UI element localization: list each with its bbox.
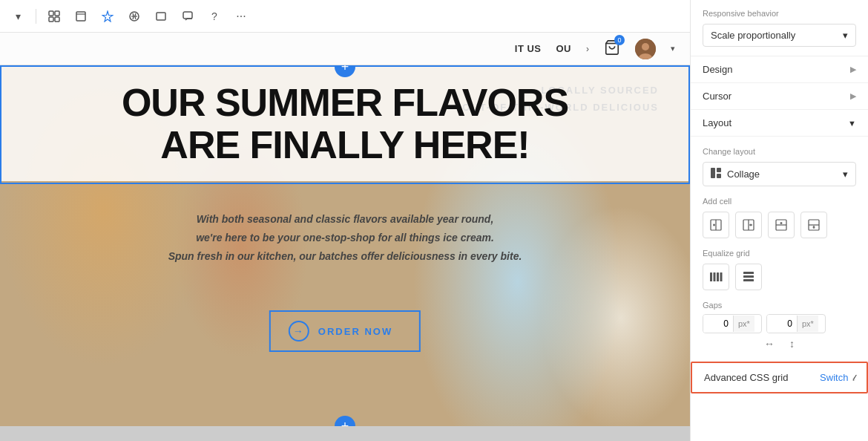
responsive-section: Responsive behavior Scale proportionally…: [691, 0, 868, 56]
dropdown-toggle-btn[interactable]: ▾: [6, 4, 30, 28]
gap-v-unit: px*: [797, 316, 818, 332]
avatar-dropdown[interactable]: ▾: [671, 44, 675, 53]
svg-rect-38: [743, 275, 754, 278]
gap-horizontal-input-group: px*: [703, 314, 762, 333]
grid-toggle-btn[interactable]: [42, 4, 66, 28]
comment-tool-btn[interactable]: [176, 4, 200, 28]
responsive-label: Responsive behavior: [703, 9, 856, 18]
body-line-3: Spun fresh in our kitchen, our batches o…: [15, 247, 675, 266]
collage-grid-icon: [711, 168, 721, 180]
more-tool-btn[interactable]: ···: [229, 4, 253, 28]
svg-rect-33: [710, 272, 712, 281]
equalize-rows-btn[interactable]: [735, 264, 762, 290]
help-tool-btn[interactable]: ?: [203, 4, 226, 28]
layout-dropdown-arrow: ▾: [843, 169, 848, 180]
canvas-area: ▾: [0, 0, 690, 441]
svg-rect-39: [743, 279, 754, 281]
cart-icon[interactable]: 0: [604, 39, 620, 59]
ai-tool-btn[interactable]: [96, 4, 119, 28]
svg-rect-1: [55, 11, 59, 16]
toolbar-sep-1: [36, 9, 36, 24]
cursor-section-row[interactable]: Cursor ▶: [691, 83, 868, 110]
gaps-label: Gaps: [703, 301, 856, 310]
site-section: + LOCALLY SOURCED OUT-OF-THIS-WORLD DELI…: [0, 65, 690, 426]
add-cell-right-btn[interactable]: [735, 212, 762, 238]
svg-rect-14: [711, 168, 715, 178]
svg-rect-16: [717, 174, 721, 178]
user-avatar[interactable]: [635, 39, 656, 59]
equalize-columns-btn[interactable]: [703, 264, 729, 290]
equalize-label: Equalize grid: [703, 249, 856, 258]
layout-type-dropdown[interactable]: Collage ▾: [703, 162, 856, 186]
layout-label: Layout: [703, 117, 731, 128]
right-panel: Responsive behavior Scale proportionally…: [690, 0, 868, 441]
add-cell-left-btn[interactable]: [703, 212, 729, 238]
svg-rect-34: [714, 272, 716, 281]
add-cell-top-btn[interactable]: [768, 212, 795, 238]
gap-direction-icons: ↔ ↕: [703, 336, 856, 351]
rect-tool-btn[interactable]: [149, 4, 173, 28]
change-layout-label: Change layout: [703, 147, 856, 156]
add-cell-bottom-btn[interactable]: [800, 212, 827, 238]
order-btn-label: ORDER NOW: [318, 326, 392, 337]
body-text-section: With both seasonal and classic flavors a…: [0, 188, 690, 281]
gap-h-unit: px*: [733, 316, 754, 332]
svg-rect-15: [717, 168, 721, 172]
cursor-pointer-icon: 𝓁: [852, 373, 855, 383]
svg-point-12: [642, 43, 649, 50]
advanced-css-label: Advanced CSS grid: [704, 372, 788, 383]
svg-rect-2: [49, 17, 53, 22]
order-now-button[interactable]: → ORDER NOW: [269, 310, 421, 352]
svg-rect-9: [183, 12, 192, 19]
add-cell-icons: [703, 212, 856, 238]
body-line-2: we're here to be your one-stop-shop for …: [15, 229, 675, 247]
layout-value: Collage: [727, 169, 760, 180]
site-navigation: IT US OU › 0 ▾: [0, 33, 690, 65]
responsive-dropdown-arrow: ▾: [843, 30, 848, 41]
responsive-dropdown[interactable]: Scale proportionally ▾: [703, 24, 856, 47]
responsive-value: Scale proportionally: [711, 30, 795, 41]
nav-item-ou[interactable]: OU: [556, 43, 572, 54]
gap-vertical-input-group: px*: [766, 314, 826, 333]
nav-arrow[interactable]: ›: [586, 44, 589, 54]
svg-rect-35: [717, 272, 719, 281]
svg-rect-0: [49, 11, 53, 16]
nav-item-it-us[interactable]: IT US: [515, 43, 542, 54]
cart-badge: 0: [614, 35, 625, 45]
cursor-arrow: ▶: [850, 91, 856, 101]
gap-horizontal-input[interactable]: [703, 315, 733, 333]
gap-vertical-arrow: ↕: [789, 338, 795, 350]
layout-arrow: ▼: [848, 119, 856, 128]
frame-tool-btn[interactable]: [69, 4, 93, 28]
layout-expanded-content: Change layout Collage ▾ Add cell: [691, 137, 868, 362]
design-arrow: ▶: [850, 65, 856, 74]
svg-rect-8: [157, 13, 165, 20]
design-section-row[interactable]: Design ▶: [691, 56, 868, 83]
svg-rect-36: [720, 272, 723, 281]
svg-rect-4: [76, 12, 85, 21]
svg-rect-37: [743, 272, 754, 274]
svg-rect-3: [55, 17, 59, 22]
gap-horizontal-arrow: ↔: [764, 338, 775, 350]
design-label: Design: [703, 64, 732, 75]
shape-tool-btn[interactable]: [122, 4, 146, 28]
switch-label: Switch: [820, 372, 848, 383]
order-btn-icon: →: [289, 321, 309, 342]
advanced-css-grid-row: Advanced CSS grid Switch 𝓁: [691, 362, 868, 393]
cursor-label: Cursor: [703, 91, 731, 102]
gaps-inputs-row: px* px*: [703, 314, 856, 333]
gap-vertical-input[interactable]: [767, 315, 797, 333]
add-cell-label: Add cell: [703, 197, 856, 206]
layout-section-row[interactable]: Layout ▼: [691, 110, 868, 137]
switch-button[interactable]: Switch 𝓁: [820, 372, 855, 383]
equalize-grid-icons: [703, 264, 856, 290]
toolbar: ▾: [0, 0, 690, 33]
body-line-1: With both seasonal and classic flavors a…: [15, 210, 675, 229]
